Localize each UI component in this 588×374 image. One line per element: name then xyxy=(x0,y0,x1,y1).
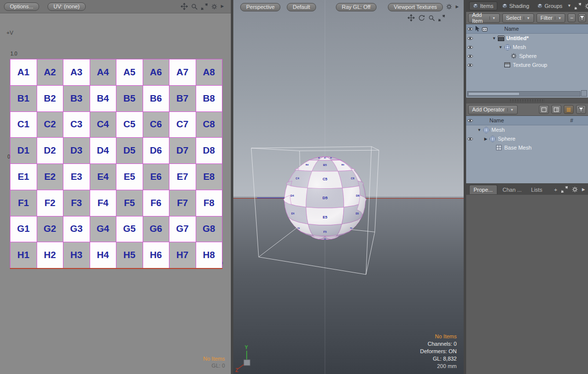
uv-cell-D7: D7 xyxy=(169,138,196,163)
uv-cell-C6: C6 xyxy=(143,112,169,138)
viewport-3d[interactable]: A4A5A6B4B5B6C4C5C6D4D5D6E4E5E6F4F5F6G5YZ… xyxy=(233,0,464,374)
uv-cell-H2: H2 xyxy=(37,242,63,268)
count-column-header[interactable]: # xyxy=(570,117,573,123)
gear-icon[interactable] xyxy=(446,3,452,10)
vp-channels-label: Channels: 0 xyxy=(420,340,457,348)
view-list-icon[interactable] xyxy=(564,105,574,114)
visibility-eye-icon[interactable] xyxy=(466,27,474,31)
raygl-button[interactable]: Ray GL: Off xyxy=(336,3,376,11)
chevron-down-icon[interactable]: ▼ xyxy=(489,16,496,20)
name-column-header[interactable]: Name xyxy=(504,26,519,32)
panel-arrow-icon[interactable]: ▶ xyxy=(456,5,459,9)
tab-groups[interactable]: Groups xyxy=(534,2,566,10)
twirl-right-icon[interactable]: ▶ xyxy=(483,137,488,141)
view-solo-icon[interactable] xyxy=(539,105,549,114)
gear-icon[interactable] xyxy=(585,3,588,9)
maximize-icon[interactable] xyxy=(438,15,445,21)
operator-row-base-mesh[interactable]: Base Mesh xyxy=(466,143,588,152)
tab-shading[interactable]: Shading xyxy=(499,2,533,10)
gear-icon[interactable] xyxy=(572,186,578,193)
chevron-down-icon[interactable]: ▼ xyxy=(555,16,561,20)
gear-icon[interactable] xyxy=(211,3,217,10)
uv-cell-A7: A7 xyxy=(169,59,196,85)
uv-editor-panel: Options... UV: (none) ▶ +V 1.0 0.5 0 0.5… xyxy=(0,0,231,374)
uv-cell-F1: F1 xyxy=(10,190,37,216)
projection-button[interactable]: Perspective xyxy=(240,3,280,11)
items-h-scrollbar[interactable] xyxy=(467,91,581,97)
bottom-tab-bar: Prope... Chan ... Lists + ▶ xyxy=(466,183,588,194)
tab-properties[interactable]: Prope... xyxy=(469,185,497,194)
twirl-down-icon[interactable]: ▼ xyxy=(498,45,503,50)
chevron-down-icon[interactable]: ▼ xyxy=(507,108,514,111)
uv-cell-G4: G4 xyxy=(90,216,116,242)
uv-cell-A4: A4 xyxy=(90,59,116,85)
shading-mode-button[interactable]: Default xyxy=(287,3,316,11)
visibility-eye-icon[interactable] xyxy=(466,45,474,50)
uv-cell-D1: D1 xyxy=(10,138,37,163)
filter-funnel-icon[interactable] xyxy=(578,13,586,22)
svg-text:D6: D6 xyxy=(356,194,359,197)
twirl-down-icon[interactable]: ▼ xyxy=(491,36,497,41)
panel-splitter[interactable] xyxy=(466,98,588,104)
pan-move-icon[interactable] xyxy=(408,14,415,21)
panel-arrow-icon[interactable]: ▶ xyxy=(221,4,224,8)
render-column-icon[interactable] xyxy=(481,26,488,32)
cursor-column-icon[interactable] xyxy=(474,26,481,32)
tab-channels[interactable]: Chan ... xyxy=(499,185,526,194)
svg-text:A6: A6 xyxy=(330,157,332,159)
tab-items[interactable]: Items xyxy=(469,1,497,10)
filter-button[interactable]: Filter ▼ xyxy=(536,13,565,23)
options-button[interactable]: Options... xyxy=(4,2,39,11)
filter-funnel-icon[interactable] xyxy=(576,105,586,114)
maximize-icon[interactable] xyxy=(201,3,208,10)
chevron-down-icon[interactable]: ▼ xyxy=(524,16,530,20)
zoom-icon[interactable] xyxy=(428,15,435,21)
remove-button[interactable]: − xyxy=(568,13,576,22)
maximize-icon[interactable] xyxy=(561,186,568,193)
visibility-eye-icon[interactable] xyxy=(466,54,474,58)
items-row-mesh[interactable]: ▼Mesh xyxy=(466,43,588,52)
uv-grid: A1A2A3A4A5A6A7A8B1B2B3B4B5B6B7B8C1C2C3C4… xyxy=(10,59,222,268)
view-split-icon[interactable] xyxy=(551,105,561,114)
items-row-texture-group[interactable]: Texture Group xyxy=(466,60,588,69)
item-label: Untitled* xyxy=(506,35,529,41)
uv-mode-button[interactable]: UV: (none) xyxy=(48,2,86,11)
items-row-sphere[interactable]: Sphere xyxy=(466,52,588,60)
svg-text:D4: D4 xyxy=(290,194,294,197)
svg-text:E6: E6 xyxy=(356,212,359,215)
rotate-icon[interactable] xyxy=(418,14,425,21)
uv-cell-C7: C7 xyxy=(169,112,196,138)
visibility-eye-icon[interactable] xyxy=(466,137,474,141)
svg-text:G5: G5 xyxy=(324,238,326,240)
maximize-icon[interactable] xyxy=(575,3,581,9)
collapse-icon[interactable]: ▼ xyxy=(567,4,571,8)
name-column-header[interactable]: Name xyxy=(489,117,504,123)
visibility-eye-icon[interactable] xyxy=(466,118,474,123)
twirl-down-icon[interactable]: ▼ xyxy=(477,128,482,132)
uv-cell-F2: F2 xyxy=(37,190,63,216)
svg-text:B5: B5 xyxy=(323,163,326,166)
zoom-icon[interactable] xyxy=(191,3,198,10)
items-rows: ▼Untitled*▼MeshSphereTexture Group xyxy=(466,34,588,69)
uv-cell-G2: G2 xyxy=(37,216,63,242)
operator-row-sphere[interactable]: ▶Sphere xyxy=(466,134,588,143)
panel-arrow-icon[interactable]: ▶ xyxy=(582,188,585,192)
add-tab-icon[interactable]: + xyxy=(554,187,557,193)
uv-cell-C4: C4 xyxy=(90,112,116,138)
items-row-untitled-[interactable]: ▼Untitled* xyxy=(466,34,588,43)
visibility-eye-icon[interactable] xyxy=(466,36,474,41)
uv-cell-A5: A5 xyxy=(116,59,143,85)
operator-row-mesh[interactable]: ▼Mesh xyxy=(466,125,588,134)
items-toolbar: Add Item ▼ Select ▼ Filter ▼ − xyxy=(466,12,588,24)
select-button[interactable]: Select ▼ xyxy=(502,13,535,23)
add-operator-button[interactable]: Add Operator ▼ xyxy=(468,105,518,114)
add-item-button[interactable]: Add Item ▼ xyxy=(468,13,500,23)
tab-lists[interactable]: Lists xyxy=(527,185,546,194)
visibility-eye-icon[interactable] xyxy=(466,63,474,67)
uv-cell-E8: E8 xyxy=(196,164,222,190)
uv-cell-H3: H3 xyxy=(63,242,90,268)
svg-text:F6: F6 xyxy=(350,227,352,229)
pan-move-icon[interactable] xyxy=(181,3,188,10)
uv-cell-C5: C5 xyxy=(116,112,143,138)
viewport-textures-button[interactable]: Viewport Textures xyxy=(388,3,443,11)
